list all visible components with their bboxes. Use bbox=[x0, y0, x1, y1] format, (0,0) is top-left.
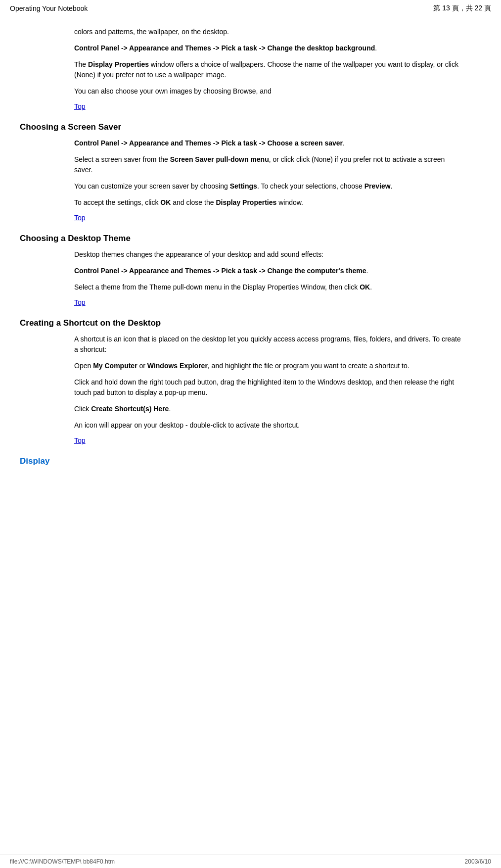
desktop-theme-para2: Select a theme from the Theme pull-down … bbox=[74, 282, 461, 292]
screensaver-section: Control Panel -> Appearance and Themes -… bbox=[74, 138, 461, 229]
top-link-3[interactable]: Top bbox=[74, 298, 86, 306]
display-properties-paragraph: The Display Properties window offers a c… bbox=[74, 59, 461, 80]
control-panel-screensaver: Control Panel -> Appearance and Themes -… bbox=[74, 138, 461, 148]
screensaver-para1-prefix: Select a screen saver from the bbox=[74, 155, 170, 163]
shortcut-para4-prefix: Click bbox=[74, 405, 91, 413]
shortcut-para2: Open My Computer or Windows Explorer, an… bbox=[74, 361, 461, 371]
control-panel-theme-bold: Control Panel -> Appearance and Themes -… bbox=[74, 267, 366, 275]
screensaver-para2-prefix: You can customize your screen saver by c… bbox=[74, 182, 230, 190]
desktop-theme-section: Desktop themes changes the appearance of… bbox=[74, 249, 461, 313]
shortcut-section: A shortcut is an icon that is placed on … bbox=[74, 334, 461, 451]
screensaver-para3-end: window. bbox=[276, 198, 303, 206]
control-panel-wallpaper-bold: Control Panel -> Appearance and Themes -… bbox=[74, 44, 375, 52]
screensaver-para2-end: . bbox=[391, 182, 393, 190]
shortcut-para3: Click and hold down the right touch pad … bbox=[74, 377, 461, 398]
top-link-4[interactable]: Top bbox=[74, 436, 86, 444]
page-content: colors and patterns, the wallpaper, on t… bbox=[0, 17, 501, 476]
display-props-intro: The bbox=[74, 60, 88, 68]
shortcut-para2-end: , and highlight the file or program you … bbox=[208, 362, 410, 370]
screensaver-para2: You can customize your screen saver by c… bbox=[74, 181, 461, 192]
control-panel-wallpaper: Control Panel -> Appearance and Themes -… bbox=[74, 43, 461, 53]
shortcut-para4: Click Create Shortcut(s) Here. bbox=[74, 404, 461, 414]
control-panel-theme: Control Panel -> Appearance and Themes -… bbox=[74, 266, 461, 276]
header-title: Operating Your Notebook bbox=[10, 4, 88, 12]
screensaver-settings-bold: Settings bbox=[230, 182, 257, 190]
footer-date: 2003/6/10 bbox=[465, 858, 491, 865]
page-header: Operating Your Notebook 第 13 頁，共 22 頁 bbox=[0, 0, 501, 17]
shortcut-windows-explorer-bold: Windows Explorer bbox=[147, 362, 208, 370]
screensaver-para3-mid: and close the bbox=[171, 198, 216, 206]
header-page-number: 第 13 頁，共 22 頁 bbox=[433, 4, 491, 13]
top-link-2[interactable]: Top bbox=[74, 214, 86, 222]
partial-line: You can also choose your own images by c… bbox=[74, 86, 461, 96]
shortcut-para2-prefix: Open bbox=[74, 362, 93, 370]
section3-heading: Creating a Shortcut on the Desktop bbox=[20, 318, 491, 328]
shortcut-my-computer-bold: My Computer bbox=[93, 362, 137, 370]
desktop-theme-ok-bold: OK bbox=[360, 283, 370, 291]
display-section-heading[interactable]: Display bbox=[20, 456, 491, 466]
intro-section: colors and patterns, the wallpaper, on t… bbox=[74, 27, 461, 117]
page-footer: file:///C:\WINDOWS\TEMP\ bb84F0.htm 2003… bbox=[0, 855, 501, 868]
shortcut-para4-end: . bbox=[169, 405, 171, 413]
intro-paragraph: colors and patterns, the wallpaper, on t… bbox=[74, 27, 461, 37]
footer-path: file:///C:\WINDOWS\TEMP\ bb84F0.htm bbox=[10, 858, 115, 865]
section2-heading: Choosing a Desktop Theme bbox=[20, 234, 491, 243]
screensaver-preview-bold: Preview bbox=[364, 182, 391, 190]
section1-heading: Choosing a Screen Saver bbox=[20, 122, 491, 132]
screensaver-ok-bold: OK bbox=[160, 198, 171, 206]
desktop-theme-para1: Desktop themes changes the appearance of… bbox=[74, 249, 461, 260]
shortcut-para1: A shortcut is an icon that is placed on … bbox=[74, 334, 461, 355]
screensaver-display-props-bold: Display Properties bbox=[216, 198, 276, 206]
shortcut-create-bold: Create Shortcut(s) Here bbox=[91, 405, 169, 413]
shortcut-para2-mid: or bbox=[137, 362, 147, 370]
screensaver-para2-mid: . To check your selections, choose bbox=[257, 182, 364, 190]
desktop-theme-para2-end: . bbox=[370, 283, 372, 291]
screensaver-para1-bold: Screen Saver pull-down menu bbox=[170, 155, 269, 163]
screensaver-para3-prefix: To accept the settings, click bbox=[74, 198, 160, 206]
desktop-theme-para2-prefix: Select a theme from the Theme pull-down … bbox=[74, 283, 360, 291]
display-props-bold: Display Properties bbox=[88, 60, 149, 68]
top-link-1[interactable]: Top bbox=[74, 102, 86, 110]
shortcut-para5: An icon will appear on your desktop - do… bbox=[74, 420, 461, 431]
screensaver-para3: To accept the settings, click OK and clo… bbox=[74, 197, 461, 208]
control-panel-screensaver-bold: Control Panel -> Appearance and Themes -… bbox=[74, 139, 343, 147]
screensaver-para1: Select a screen saver from the Screen Sa… bbox=[74, 154, 461, 175]
